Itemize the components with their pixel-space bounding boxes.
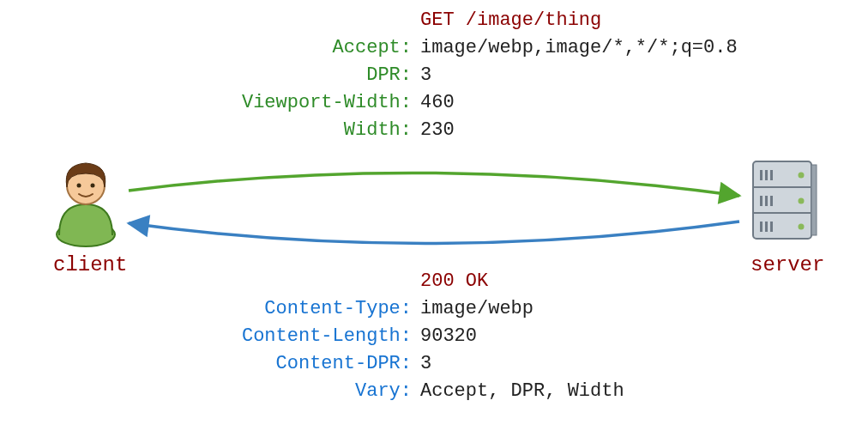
flow-arrows <box>0 0 868 431</box>
request-arrow <box>129 173 739 196</box>
response-arrow <box>129 222 739 244</box>
